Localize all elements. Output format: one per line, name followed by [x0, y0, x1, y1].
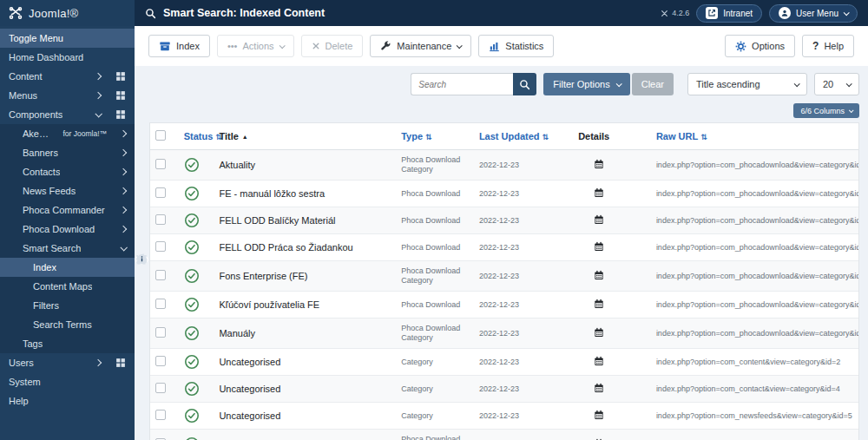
- search-input[interactable]: [411, 73, 513, 95]
- search-button[interactable]: [513, 73, 536, 95]
- row-checkbox[interactable]: [155, 187, 166, 198]
- status-published-icon[interactable]: [184, 354, 200, 370]
- user-menu-button[interactable]: User Menu: [769, 4, 858, 23]
- item-title-link[interactable]: Uncategorised: [219, 410, 280, 421]
- details-calendar-icon[interactable]: [594, 159, 604, 169]
- logo-text: Joomla!®: [29, 7, 79, 20]
- intranet-button[interactable]: Intranet: [696, 4, 762, 23]
- chevron-down-icon: [794, 81, 800, 87]
- item-title-link[interactable]: Manuály: [219, 328, 255, 338]
- table-row: FELL ODD Balíčky MateriálPhoca Download2…: [150, 207, 858, 234]
- grid-icon: [115, 71, 126, 82]
- columns-button[interactable]: 6/6 Columns: [793, 103, 859, 118]
- maintenance-button[interactable]: Maintenance: [370, 35, 471, 57]
- sidebar-item-label: Tags: [23, 338, 43, 349]
- sidebar-item-banners[interactable]: Banners: [0, 143, 135, 162]
- item-title-link[interactable]: Fons Enterprise (FE): [219, 271, 307, 281]
- column-header-status[interactable]: Status⇅: [179, 123, 214, 150]
- status-published-icon[interactable]: [184, 381, 200, 397]
- column-header-title[interactable]: Title▲: [214, 123, 396, 150]
- details-calendar-icon[interactable]: [594, 356, 604, 366]
- status-published-icon[interactable]: [184, 240, 200, 255]
- row-checkbox[interactable]: [155, 356, 166, 366]
- column-header-type[interactable]: Type⇅: [396, 123, 474, 150]
- sidebar-item-phoca-download[interactable]: Phoca Download: [0, 220, 135, 239]
- sidebar-item-toggle-menu[interactable]: Toggle Menu: [0, 29, 135, 48]
- select-all-checkbox[interactable]: [155, 130, 166, 141]
- table-row: VIDEO návodyPhoca Download Category2022-…: [150, 430, 858, 440]
- help-button[interactable]: ?Help: [802, 35, 854, 57]
- sidebar-item-components[interactable]: Components: [0, 105, 135, 124]
- status-published-icon[interactable]: [184, 268, 200, 284]
- sidebar-item-label-suffix: for Joomla!™: [62, 129, 107, 138]
- row-checkbox[interactable]: [155, 159, 166, 169]
- delete-button[interactable]: Delete: [301, 35, 364, 57]
- sidebar-item-home-dashboard[interactable]: Home Dashboard: [0, 48, 135, 67]
- row-checkbox[interactable]: [155, 299, 166, 309]
- details-calendar-icon[interactable]: [594, 327, 604, 338]
- row-checkbox[interactable]: [155, 383, 166, 393]
- status-published-icon[interactable]: [184, 408, 200, 424]
- details-calendar-icon[interactable]: [594, 214, 604, 225]
- details-calendar-icon[interactable]: [594, 241, 604, 252]
- sidebar-item-index[interactable]: Index: [0, 258, 135, 277]
- statistics-button[interactable]: Statistics: [478, 35, 554, 57]
- options-button[interactable]: Options: [725, 35, 795, 57]
- sort-select[interactable]: Title ascending: [687, 73, 807, 95]
- table-row: Fons Enterprise (FE)Phoca Download Categ…: [150, 261, 858, 292]
- sidebar-item-smart-search[interactable]: Smart Search: [0, 239, 135, 258]
- sidebar-item-contacts[interactable]: Contacts: [0, 162, 135, 181]
- row-checkbox[interactable]: [155, 327, 166, 338]
- item-type: Phoca Download Category: [396, 430, 474, 440]
- sidebar-item-label: Akeeba Backup: [23, 128, 53, 139]
- actions-button[interactable]: •••Actions: [217, 35, 294, 57]
- clear-button[interactable]: Clear: [632, 73, 674, 95]
- column-header-last-updated[interactable]: Last Updated⇅: [474, 123, 573, 150]
- index-button[interactable]: Index: [148, 35, 210, 57]
- details-calendar-icon[interactable]: [594, 187, 604, 198]
- row-checkbox[interactable]: [155, 241, 166, 252]
- column-header-raw-url[interactable]: Raw URL⇅: [651, 123, 858, 150]
- sidebar-item-search-terms[interactable]: Search Terms: [0, 315, 135, 334]
- item-title-link[interactable]: Aktuality: [219, 160, 255, 170]
- row-checkbox[interactable]: [155, 270, 166, 280]
- item-title-link[interactable]: FELL ODD Práca so Žiadankou: [219, 242, 352, 253]
- chart-icon: [489, 41, 500, 52]
- item-title-link[interactable]: FE - manuál lôžko sestra: [219, 188, 325, 199]
- item-title-link[interactable]: Uncategorised: [219, 357, 280, 367]
- sidebar-item-phoca-commander[interactable]: Phoca Commander: [0, 200, 135, 220]
- top-bar: Joomla!® Smart Search: Indexed Content 4…: [0, 0, 868, 26]
- status-published-icon[interactable]: [184, 213, 200, 228]
- row-checkbox[interactable]: [155, 214, 166, 225]
- item-title-link[interactable]: FELL ODD Balíčky Materiál: [219, 215, 335, 226]
- item-raw-url: index.php?option=com_contact&view=catego…: [651, 376, 858, 403]
- status-published-icon[interactable]: [184, 437, 200, 440]
- details-calendar-icon[interactable]: [594, 270, 604, 280]
- details-calendar-icon[interactable]: [594, 383, 604, 393]
- item-raw-url: index.php?option=com_phocadownload&view=…: [651, 292, 858, 319]
- sidebar-item-menus[interactable]: Menus: [0, 86, 135, 105]
- filter-options-button[interactable]: Filter Options: [543, 73, 629, 95]
- status-published-icon[interactable]: [184, 186, 200, 201]
- sidebar-item-users[interactable]: Users: [0, 353, 135, 372]
- sidebar-item-help[interactable]: Help: [0, 391, 135, 410]
- item-title-link[interactable]: Kľúčoví používatelia FE: [219, 299, 319, 310]
- items-per-page-select[interactable]: 20: [814, 73, 859, 95]
- item-last-updated: 2022-12-23: [474, 150, 573, 181]
- item-last-updated: 2022-12-23: [474, 261, 573, 292]
- details-calendar-icon[interactable]: [594, 299, 604, 309]
- row-checkbox[interactable]: [155, 410, 166, 420]
- details-calendar-icon[interactable]: [594, 410, 604, 420]
- status-published-icon[interactable]: [184, 297, 200, 312]
- item-title-link[interactable]: Uncategorised: [219, 384, 280, 394]
- sidebar-item-akeeba-backup[interactable]: Akeeba Backupfor Joomla!™: [0, 124, 135, 143]
- status-published-icon[interactable]: [184, 157, 200, 173]
- status-published-icon[interactable]: [184, 325, 200, 341]
- sidebar-item-tags[interactable]: Tags: [0, 334, 135, 353]
- sidebar-item-content[interactable]: Content: [0, 67, 135, 86]
- sidebar-item-system[interactable]: System: [0, 372, 135, 391]
- sidebar-item-filters[interactable]: Filters: [0, 296, 135, 315]
- item-type: Category: [396, 403, 474, 430]
- sidebar-item-news-feeds[interactable]: News Feeds: [0, 181, 135, 200]
- sidebar-item-content-maps[interactable]: Content Maps: [0, 277, 135, 296]
